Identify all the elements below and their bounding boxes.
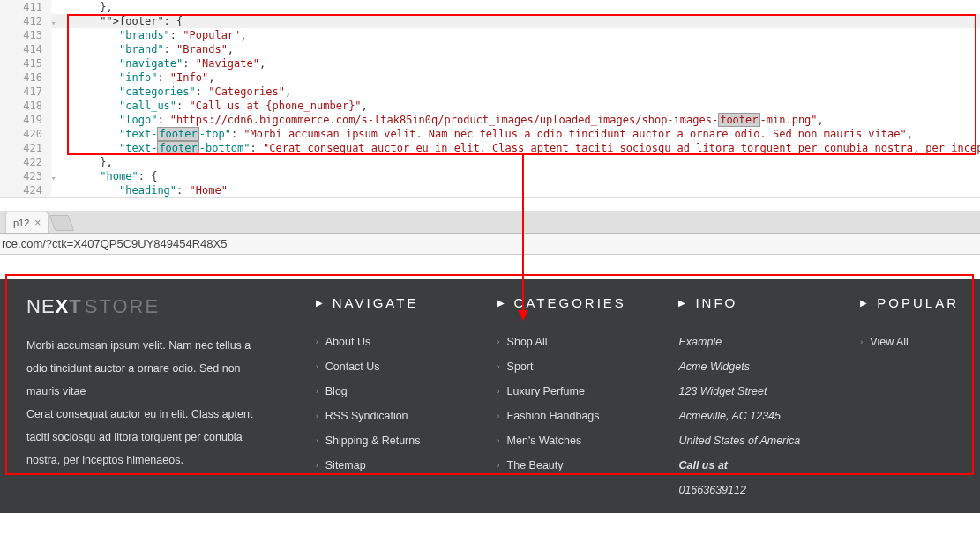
fold-toggle [51, 143, 62, 157]
chevron-right-icon: › [860, 330, 863, 354]
fold-toggle [51, 44, 62, 58]
code-editor[interactable]: 411 },412▾ "">footer": {413 "brands": "P… [0, 0, 980, 198]
chevron-right-icon: › [497, 330, 500, 354]
footer-link[interactable]: ›The Beauty [497, 453, 637, 478]
url-bar[interactable]: rce.com/?ctk=X407QP5C9UY849454R48X5 [0, 234, 980, 255]
footer-link[interactable]: ›View All [860, 330, 959, 354]
chevron-right-icon: › [316, 453, 318, 478]
footer-link[interactable]: ›Sitemap [316, 453, 455, 478]
chevron-right-icon: › [497, 404, 500, 428]
code-line[interactable]: 419 "logo": "https://cdn6.bigcommerce.co… [0, 113, 980, 127]
footer-text-bottom: Cerat consequat auctor eu in elit. Class… [26, 403, 273, 471]
fold-toggle [51, 185, 62, 199]
fold-toggle [51, 129, 62, 143]
line-number: 423 [0, 169, 51, 183]
code-line[interactable]: 414 "brand": "Brands", [0, 42, 980, 56]
fold-toggle [51, 2, 62, 16]
tab-label: p12 [13, 218, 29, 228]
code-content[interactable]: "call_us": "Call us at {phone_number}", [62, 99, 980, 113]
chevron-right-icon: › [497, 428, 500, 453]
chevron-right-icon: › [316, 354, 318, 379]
chevron-right-icon: › [316, 428, 318, 453]
code-content[interactable]: "info": "Info", [62, 71, 980, 85]
fold-toggle [51, 58, 62, 72]
fold-toggle [51, 115, 62, 129]
footer-col-popular: ▶Popular ›View All [839, 295, 980, 502]
info-line: Acme Widgets [678, 354, 818, 379]
code-line[interactable]: 423▾ "home": { [0, 169, 980, 183]
line-number: 412 [0, 14, 51, 28]
code-content[interactable]: "text-footer-bottom": "Cerat consequat a… [62, 141, 980, 155]
footer-link[interactable]: ›Fashion Handbags [497, 404, 637, 428]
code-line[interactable]: 411 }, [0, 0, 980, 14]
code-content[interactable]: "heading": "Home" [62, 183, 980, 197]
code-line[interactable]: 420 "text-footer-top": "Morbi accumsan i… [0, 127, 980, 141]
fold-toggle[interactable]: ▾ [51, 16, 62, 30]
code-content[interactable]: "navigate": "Navigate", [62, 56, 980, 71]
chevron-right-icon: › [497, 453, 500, 478]
line-number: 411 [0, 0, 51, 14]
code-content[interactable]: "logo": "https://cdn6.bigcommerce.com/s-… [62, 113, 980, 127]
chevron-right-icon: ▶ [678, 298, 688, 308]
fold-toggle[interactable]: ▾ [51, 171, 62, 185]
code-content[interactable]: "brands": "Popular", [62, 28, 980, 42]
code-line[interactable]: 413 "brands": "Popular", [0, 28, 980, 42]
chevron-right-icon: › [316, 379, 318, 404]
chevron-right-icon: ▶ [316, 298, 325, 308]
close-icon[interactable]: × [34, 217, 41, 229]
info-line: Example [678, 330, 818, 354]
footer-heading-info[interactable]: ▶Info [678, 295, 818, 310]
footer-link[interactable]: ›Men's Watches [497, 428, 637, 453]
footer-heading-categories[interactable]: ▶Categories [497, 295, 637, 310]
footer-heading-navigate[interactable]: ▶Navigate [316, 295, 455, 310]
chevron-right-icon: › [316, 404, 318, 428]
line-number: 413 [0, 28, 51, 42]
code-line[interactable]: 417 "categories": "Categories", [0, 85, 980, 99]
footer-link[interactable]: ›Blog [316, 379, 455, 404]
footer-col-info: ▶Info ExampleAcme Widgets123 Widget Stre… [657, 295, 839, 502]
footer-link[interactable]: ›Luxury Perfume [497, 379, 637, 404]
footer-col-navigate: ▶Navigate ›About Us›Contact Us›Blog›RSS … [295, 295, 476, 502]
footer-text-top: Morbi accumsan ipsum velit. Nam nec tell… [26, 334, 273, 403]
code-line[interactable]: 422 }, [0, 155, 980, 169]
code-line[interactable]: 412▾ "">footer": { [0, 14, 980, 28]
code-line[interactable]: 421 "text-footer-bottom": "Cerat consequ… [0, 141, 980, 155]
footer-logo: NEXT STORE [26, 295, 273, 318]
browser-tab-strip: p12 × [0, 211, 980, 234]
fold-toggle [51, 72, 62, 86]
footer-link[interactable]: ›RSS Syndication [316, 404, 455, 428]
footer-link[interactable]: ›Shop All [497, 330, 637, 354]
line-number: 418 [0, 99, 51, 113]
footer-heading-popular[interactable]: ▶Popular [860, 295, 959, 310]
line-number: 417 [0, 85, 51, 99]
info-line: 123 Widget Street [678, 379, 818, 404]
line-number: 415 [0, 56, 51, 71]
code-content[interactable]: "">footer": { [62, 14, 980, 28]
footer-link[interactable]: ›Shipping & Returns [316, 428, 455, 453]
code-line[interactable]: 418 "call_us": "Call us at {phone_number… [0, 99, 980, 113]
chevron-right-icon: ▶ [860, 298, 870, 308]
code-content[interactable]: }, [62, 0, 980, 14]
code-line[interactable]: 424 "heading": "Home" [0, 183, 980, 197]
browser-tab[interactable]: p12 × [5, 212, 49, 233]
line-number: 422 [0, 155, 51, 169]
code-content[interactable]: "home": { [62, 169, 980, 183]
fold-toggle [51, 157, 62, 171]
fold-toggle [51, 100, 62, 115]
code-line[interactable]: 416 "info": "Info", [0, 71, 980, 85]
footer-col-brand: NEXT STORE Morbi accumsan ipsum velit. N… [0, 295, 295, 502]
code-content[interactable]: "text-footer-top": "Morbi accumsan ipsum… [62, 127, 980, 141]
code-content[interactable]: "categories": "Categories", [62, 85, 980, 99]
code-content[interactable]: "brand": "Brands", [62, 42, 980, 56]
info-line: Acmeville, AC 12345 [678, 404, 818, 428]
chevron-right-icon: › [316, 330, 318, 354]
new-tab-button[interactable] [49, 215, 75, 231]
footer-link[interactable]: ›Sport [497, 354, 637, 379]
fold-toggle [51, 30, 62, 44]
info-phone: 01663639112 [678, 478, 818, 502]
footer-link[interactable]: ›About Us [316, 330, 455, 354]
code-line[interactable]: 415 "navigate": "Navigate", [0, 56, 980, 71]
code-content[interactable]: }, [62, 155, 980, 169]
info-line: United States of America Call us at [678, 428, 818, 478]
footer-link[interactable]: ›Contact Us [316, 354, 455, 379]
